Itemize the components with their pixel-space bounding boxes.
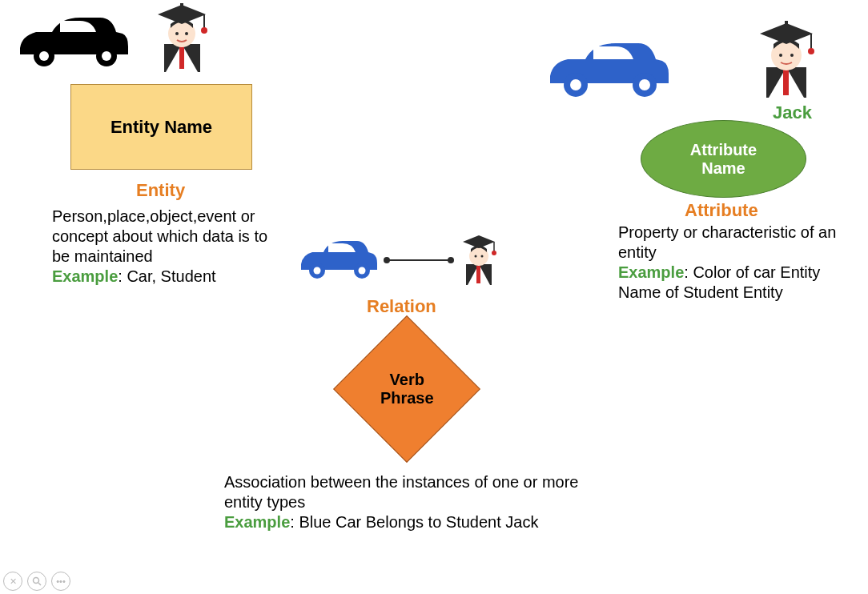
svg-point-34 [448,257,454,263]
svg-marker-8 [158,5,206,24]
relation-description: Association between the instances of one… [224,472,593,532]
svg-point-11 [201,27,207,34]
svg-point-44 [34,578,39,584]
svg-rect-6 [179,46,184,69]
svg-point-12 [175,32,179,35]
clipboard-cross-icon[interactable]: ✕ [3,572,22,591]
svg-rect-23 [785,21,788,25]
svg-rect-9 [180,3,183,6]
svg-marker-22 [760,23,813,44]
attribute-ellipse: AttributeName [641,120,806,198]
relation-example: : Blue Car Belongs to Student Jack [290,513,538,531]
svg-point-41 [492,251,496,255]
student-name-label: Jack [773,102,812,123]
entity-description: Person,place,object,event or concept abo… [52,207,284,287]
entity-box-label: Entity Name [111,117,212,138]
attribute-desc-text: Property or characteristic of an entity [618,223,836,261]
svg-marker-39 [463,235,495,248]
entity-title: Entity [136,180,185,201]
svg-line-45 [38,583,41,585]
svg-point-17 [639,79,650,90]
svg-point-3 [102,51,111,61]
svg-point-43 [481,255,484,258]
relation-diamond-label: VerbPhrase [380,371,433,407]
entity-desc-text: Person,place,object,event or concept abo… [52,207,267,265]
relation-desc-text: Association between the instances of one… [224,473,578,511]
svg-point-15 [570,79,581,90]
svg-rect-20 [783,70,789,95]
example-label: Example [224,513,290,531]
student-icon [148,0,216,79]
entity-example: : Car, Student [118,267,215,285]
svg-point-27 [790,54,794,57]
attribute-ellipse-label: AttributeName [690,141,757,178]
svg-point-42 [475,255,477,258]
relation-diamond: VerbPhrase [316,327,496,451]
relation-title: Relation [367,296,436,317]
entity-rectangle: Entity Name [70,84,252,170]
er-diagram-concepts: Entity Name Entity Person,place,object,e… [0,0,868,594]
svg-point-26 [779,54,782,57]
svg-point-13 [185,32,188,35]
svg-rect-37 [476,266,480,283]
search-icon[interactable] [27,572,46,591]
svg-point-31 [359,267,366,275]
car-icon [12,8,132,75]
relation-illustration [295,228,507,295]
example-label: Example [52,267,118,285]
attribute-description: Property or characteristic of an entity … [618,223,858,303]
student-icon [749,18,825,105]
car-icon [540,32,673,107]
attribute-title: Attribute [685,200,758,221]
more-icon[interactable]: ••• [51,572,70,591]
svg-point-25 [808,48,814,54]
svg-point-29 [314,267,321,275]
example-label: Example [618,263,684,281]
footer-toolbar: ✕ ••• [3,572,70,591]
svg-point-1 [39,51,49,61]
